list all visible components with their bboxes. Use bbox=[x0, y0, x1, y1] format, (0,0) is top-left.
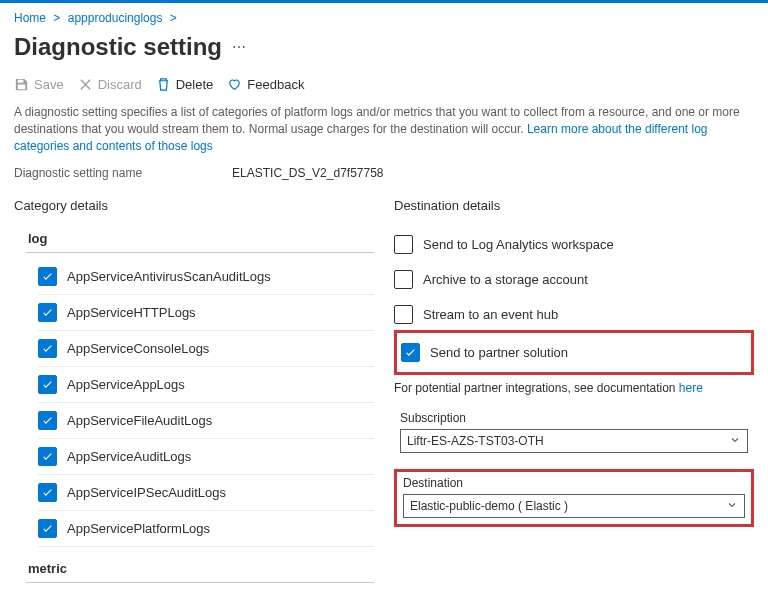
log-category: AppServiceHTTPLogs bbox=[67, 305, 196, 320]
checkbox[interactable] bbox=[38, 411, 57, 430]
partner-note: For potential partner integrations, see … bbox=[394, 381, 754, 395]
destination-heading: Destination details bbox=[394, 198, 754, 213]
checkbox[interactable] bbox=[38, 519, 57, 538]
partner-doc-link[interactable]: here bbox=[679, 381, 703, 395]
log-category: AppServiceConsoleLogs bbox=[67, 341, 209, 356]
checkbox[interactable] bbox=[38, 483, 57, 502]
destination-select[interactable]: Elastic-public-demo ( Elastic ) bbox=[403, 494, 745, 518]
log-section-header: log bbox=[26, 227, 374, 253]
chevron-right-icon: > bbox=[53, 11, 60, 25]
highlight-partner: Send to partner solution bbox=[394, 330, 754, 375]
more-icon[interactable]: ⋯ bbox=[232, 39, 246, 55]
setting-name-value: ELASTIC_DS_V2_d7f57758 bbox=[232, 166, 383, 180]
dest-option: Archive to a storage account bbox=[423, 272, 588, 287]
checkbox[interactable] bbox=[38, 267, 57, 286]
dest-option: Send to Log Analytics workspace bbox=[423, 237, 614, 252]
dest-option: Send to partner solution bbox=[430, 345, 568, 360]
log-category: AppServiceAppLogs bbox=[67, 377, 185, 392]
delete-button[interactable]: Delete bbox=[156, 77, 214, 92]
page-title: Diagnostic setting bbox=[14, 33, 222, 61]
checkbox[interactable] bbox=[38, 375, 57, 394]
subscription-label: Subscription bbox=[400, 411, 748, 425]
close-icon bbox=[78, 77, 93, 92]
log-category: AppServiceIPSecAuditLogs bbox=[67, 485, 226, 500]
discard-button[interactable]: Discard bbox=[78, 77, 142, 92]
chevron-right-icon: > bbox=[170, 11, 177, 25]
log-category: AppServiceFileAuditLogs bbox=[67, 413, 212, 428]
save-button[interactable]: Save bbox=[14, 77, 64, 92]
checkbox[interactable] bbox=[38, 447, 57, 466]
checkbox-eventhub[interactable] bbox=[394, 305, 413, 324]
log-category: AppServiceAuditLogs bbox=[67, 449, 191, 464]
subscription-select[interactable]: Liftr-ES-AZS-TST03-OTH bbox=[400, 429, 748, 453]
chevron-down-icon bbox=[726, 499, 738, 514]
description-text: A diagnostic setting specifies a list of… bbox=[14, 104, 754, 154]
destination-label: Destination bbox=[403, 476, 745, 490]
log-category: AppServicePlatformLogs bbox=[67, 521, 210, 536]
feedback-button[interactable]: Feedback bbox=[227, 77, 304, 92]
heart-icon bbox=[227, 77, 242, 92]
checkbox[interactable] bbox=[38, 339, 57, 358]
save-icon bbox=[14, 77, 29, 92]
highlight-destination: Destination Elastic-public-demo ( Elasti… bbox=[394, 469, 754, 527]
category-heading: Category details bbox=[14, 198, 374, 213]
log-category: AppServiceAntivirusScanAuditLogs bbox=[67, 269, 271, 284]
checkbox-log-analytics[interactable] bbox=[394, 235, 413, 254]
breadcrumb-home[interactable]: Home bbox=[14, 11, 46, 25]
metric-section-header: metric bbox=[26, 557, 374, 583]
breadcrumb: Home > appproducinglogs > bbox=[0, 7, 768, 27]
checkbox-storage[interactable] bbox=[394, 270, 413, 289]
delete-icon bbox=[156, 77, 171, 92]
breadcrumb-resource[interactable]: appproducinglogs bbox=[68, 11, 163, 25]
checkbox-partner[interactable] bbox=[401, 343, 420, 362]
setting-name-label: Diagnostic setting name bbox=[14, 166, 142, 180]
checkbox[interactable] bbox=[38, 303, 57, 322]
chevron-down-icon bbox=[729, 434, 741, 449]
dest-option: Stream to an event hub bbox=[423, 307, 558, 322]
